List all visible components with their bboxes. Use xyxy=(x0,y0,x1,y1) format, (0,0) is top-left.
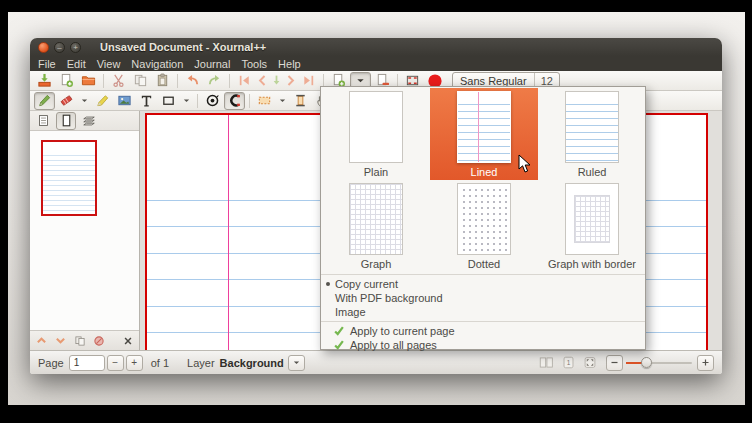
dual-page-view-button[interactable] xyxy=(537,355,555,371)
status-bar: Page − + of 1 Layer Background 1 xyxy=(30,350,722,374)
template-label: Ruled xyxy=(578,166,607,178)
save-icon xyxy=(37,73,52,88)
menu-journal[interactable]: Journal xyxy=(194,58,230,70)
tab-layers[interactable] xyxy=(79,112,99,130)
layer-dropdown-button[interactable] xyxy=(288,355,305,371)
contents-icon xyxy=(37,114,50,127)
template-plain[interactable]: Plain xyxy=(322,88,430,180)
svg-text:1: 1 xyxy=(566,359,570,366)
first-page-button[interactable] xyxy=(234,72,255,90)
next-page-button[interactable] xyxy=(284,72,297,90)
menu-navigation[interactable]: Navigation xyxy=(131,58,183,70)
template-dotted[interactable]: Dotted xyxy=(430,180,538,272)
vertical-space-tool-button[interactable] xyxy=(290,92,311,110)
zoom-in-button[interactable] xyxy=(697,355,714,371)
sidebar xyxy=(30,111,140,350)
redo-button[interactable] xyxy=(204,72,225,90)
zoom-out-button[interactable] xyxy=(606,355,623,371)
menu-item-apply-current-page[interactable]: Apply to current page xyxy=(321,324,645,338)
select-region-icon xyxy=(257,93,272,108)
maximize-button[interactable]: + xyxy=(70,42,81,53)
eraser-options-chevron[interactable] xyxy=(78,92,91,110)
shape-recognizer-button[interactable] xyxy=(202,92,223,110)
move-page-down-button[interactable] xyxy=(52,333,69,349)
eraser-tool-button[interactable] xyxy=(56,92,77,110)
delete-page-button-sidebar[interactable] xyxy=(90,333,107,349)
copy-page-button[interactable] xyxy=(71,333,88,349)
page-decrement-button[interactable]: − xyxy=(107,355,124,371)
zoom-slider-handle[interactable] xyxy=(641,357,652,368)
title-bar: – + Unsaved Document - Xournal++ xyxy=(30,38,722,56)
text-icon xyxy=(139,93,154,108)
copy-icon xyxy=(74,335,86,347)
snapping-button[interactable] xyxy=(224,92,245,110)
save-button[interactable] xyxy=(34,72,55,90)
menu-item-with-pdf-background[interactable]: With PDF background xyxy=(321,291,645,305)
select-options-chevron[interactable] xyxy=(276,92,289,110)
check-icon xyxy=(333,339,345,351)
menu-edit[interactable]: Edit xyxy=(67,58,86,70)
select-region-button[interactable] xyxy=(254,92,275,110)
open-button[interactable] xyxy=(78,72,99,90)
menu-tools[interactable]: Tools xyxy=(241,58,267,70)
tab-contents[interactable] xyxy=(33,112,53,130)
template-ruled[interactable]: Ruled xyxy=(538,88,646,180)
previous-page-button[interactable] xyxy=(256,72,269,90)
zoom-100-icon: 1 xyxy=(562,356,575,369)
close-sidebar-button[interactable] xyxy=(119,333,136,349)
minus-icon xyxy=(610,358,619,367)
page-number-input[interactable] xyxy=(69,355,105,371)
page-thumbnail[interactable] xyxy=(41,140,97,216)
pen-tool-button[interactable] xyxy=(34,92,55,110)
layers-icon xyxy=(82,114,96,128)
close-button[interactable] xyxy=(38,42,49,53)
font-name: Sans Regular xyxy=(453,75,534,87)
menu-view[interactable]: View xyxy=(97,58,121,70)
menu-item-apply-all-pages[interactable]: Apply to all pages xyxy=(321,338,645,352)
zoom-original-button[interactable]: 1 xyxy=(559,355,577,371)
page-increment-button[interactable]: + xyxy=(126,355,143,371)
image-tool-button[interactable] xyxy=(114,92,135,110)
move-page-up-button[interactable] xyxy=(33,333,50,349)
menu-help[interactable]: Help xyxy=(278,58,301,70)
text-tool-button[interactable] xyxy=(136,92,157,110)
highlighter-tool-button[interactable] xyxy=(92,92,113,110)
shape-options-chevron[interactable] xyxy=(180,92,193,110)
eraser-icon xyxy=(59,93,74,108)
check-icon xyxy=(333,325,345,337)
zoom-slider[interactable] xyxy=(626,355,692,370)
template-graph-with-border[interactable]: Graph with border xyxy=(538,180,646,272)
undo-button[interactable] xyxy=(182,72,203,90)
tab-page-preview[interactable] xyxy=(56,112,76,130)
selected-bullet xyxy=(326,282,330,286)
sidebar-mini-toolbar xyxy=(30,330,139,350)
copy-button[interactable] xyxy=(130,72,151,90)
last-page-button[interactable] xyxy=(298,72,319,90)
chevron-up-icon xyxy=(36,335,47,346)
cut-button[interactable] xyxy=(108,72,129,90)
plain-thumbnail xyxy=(349,91,403,163)
paste-button[interactable] xyxy=(152,72,173,90)
new-document-button[interactable] xyxy=(56,72,77,90)
chevron-down-icon xyxy=(80,96,89,105)
next-annotated-page-button[interactable] xyxy=(270,72,283,90)
template-graph[interactable]: Graph xyxy=(322,180,430,272)
dual-page-icon xyxy=(539,356,554,369)
shape-tool-button[interactable] xyxy=(158,92,179,110)
menu-item-image[interactable]: Image xyxy=(321,305,645,319)
open-folder-icon xyxy=(81,73,96,88)
template-label: Graph with border xyxy=(548,258,636,270)
chevron-down-icon xyxy=(55,335,66,346)
lined-thumb-margin xyxy=(478,92,479,162)
menu-item-label: With PDF background xyxy=(335,292,443,304)
dotted-thumbnail xyxy=(457,183,511,255)
shape-recognizer-icon xyxy=(205,93,220,108)
zoom-fit-button[interactable] xyxy=(581,355,599,371)
menu-item-label: Image xyxy=(335,306,366,318)
minimize-button[interactable]: – xyxy=(54,42,65,53)
undo-icon xyxy=(185,73,200,88)
menu-file[interactable]: File xyxy=(38,58,56,70)
menu-item-copy-current[interactable]: Copy current xyxy=(321,277,645,291)
template-grid: Plain Lined Ruled Graph Dotted xyxy=(321,87,645,272)
window-title: Unsaved Document - Xournal++ xyxy=(100,41,266,53)
